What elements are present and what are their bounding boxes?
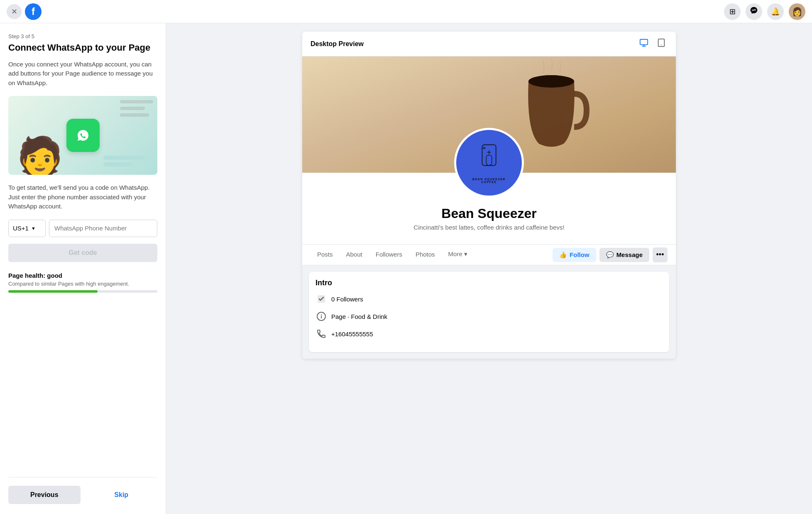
- intro-card: Intro 0 Followers: [309, 272, 669, 352]
- follow-label: Follow: [570, 251, 589, 258]
- grid-button[interactable]: ⊞: [724, 3, 741, 20]
- messenger-icon: [750, 6, 758, 17]
- user-avatar[interactable]: 👩: [789, 3, 805, 20]
- facebook-page-preview: BEAN SQUEEZER COFFEE Bean Squeezer Cinci…: [302, 56, 676, 359]
- intro-phone: +16045555555: [316, 328, 663, 340]
- person-figure: 🧑: [17, 137, 63, 175]
- close-button[interactable]: ✕: [7, 4, 22, 19]
- phone-icon: [316, 328, 327, 340]
- page-health-description: Compared to similar Pages with high enga…: [8, 281, 157, 287]
- page-health-title: Page health: good: [8, 272, 157, 279]
- preview-card: Desktop Preview: [302, 32, 676, 359]
- phone-row: US+1 ▼: [8, 220, 157, 237]
- whatsapp-icon: [66, 119, 100, 152]
- whatsapp-illustration: 🧑: [8, 96, 157, 175]
- ellipsis-icon: •••: [656, 250, 664, 259]
- nav-about[interactable]: About: [340, 245, 369, 265]
- nav-right: ⊞ 🔔 👩: [724, 3, 805, 20]
- health-bar-fill: [8, 290, 98, 293]
- nav-followers[interactable]: Followers: [369, 245, 409, 265]
- cover-photo: BEAN SQUEEZER COFFEE: [302, 56, 676, 173]
- main-layout: Step 3 of 5 Connect WhatsApp to your Pag…: [0, 23, 812, 514]
- nav-posts[interactable]: Posts: [311, 245, 340, 265]
- preview-icons: [638, 37, 668, 51]
- message-label: Message: [616, 251, 643, 258]
- followers-count: 0 Followers: [331, 296, 363, 303]
- bottom-buttons: Previous Skip: [8, 477, 157, 504]
- phone-number: +16045555555: [331, 330, 373, 338]
- intro-category: Page · Food & Drink: [316, 311, 663, 322]
- top-nav: ✕ f ⊞ 🔔 👩: [0, 0, 812, 23]
- brand-name-line1: BEAN SQUEEZER: [472, 178, 506, 181]
- avatar-image: 👩: [792, 7, 802, 17]
- left-panel: Step 3 of 5 Connect WhatsApp to your Pag…: [0, 23, 166, 514]
- followers-icon: [316, 293, 327, 305]
- get-code-button[interactable]: Get code: [8, 244, 157, 262]
- more-actions-button[interactable]: •••: [653, 247, 668, 262]
- nav-photos[interactable]: Photos: [409, 245, 442, 265]
- tablet-preview-button[interactable]: [655, 37, 668, 51]
- message-button[interactable]: 💬 Message: [599, 248, 649, 262]
- preview-header: Desktop Preview: [302, 32, 676, 56]
- svg-point-9: [321, 314, 322, 315]
- follow-button[interactable]: 👍 Follow: [553, 248, 596, 262]
- info-icon: [316, 311, 327, 322]
- chat-bubbles: [103, 156, 145, 166]
- send-code-description: To get started, we'll send you a code on…: [8, 183, 157, 211]
- desktop-preview-button[interactable]: [638, 37, 650, 51]
- profile-circle: BEAN SQUEEZER COFFEE: [454, 128, 524, 198]
- facebook-logo: f: [25, 3, 42, 20]
- profile-circle-inner: BEAN SQUEEZER COFFEE: [472, 142, 506, 184]
- grid-icon: ⊞: [729, 7, 736, 16]
- country-code-select[interactable]: US+1 ▼: [8, 220, 46, 237]
- preview-title: Desktop Preview: [311, 40, 364, 48]
- phone-number-input[interactable]: [49, 220, 157, 237]
- follow-icon: 👍: [559, 251, 567, 259]
- nav-more[interactable]: More ▾: [442, 245, 474, 265]
- step-description: Once you connect your WhatsApp account, …: [8, 60, 157, 88]
- bell-icon: 🔔: [771, 7, 780, 16]
- page-tagline: Cincinatti's best lattes, coffee drinks …: [302, 224, 676, 231]
- close-icon: ✕: [11, 7, 17, 16]
- health-bar-track: [8, 290, 157, 293]
- svg-rect-1: [640, 39, 648, 45]
- intro-followers: 0 Followers: [316, 293, 663, 305]
- profile-picture-area: BEAN SQUEEZER COFFEE: [454, 128, 524, 198]
- country-code-label: US+1: [13, 225, 29, 232]
- decorative-lines: [120, 100, 153, 120]
- page-name: Bean Squeezer: [302, 206, 676, 221]
- page-nav-actions: 👍 Follow 💬 Message •••: [553, 247, 668, 262]
- notifications-button[interactable]: 🔔: [767, 3, 784, 20]
- page-body: Intro 0 Followers: [302, 265, 676, 359]
- intro-title: Intro: [316, 279, 663, 287]
- messenger-button[interactable]: [746, 3, 762, 20]
- page-category: Page · Food & Drink: [331, 313, 387, 320]
- skip-button[interactable]: Skip: [86, 486, 158, 504]
- svg-point-3: [661, 45, 662, 46]
- step-label: Step 3 of 5: [8, 33, 157, 39]
- message-icon: 💬: [606, 251, 614, 259]
- svg-point-5: [528, 75, 574, 88]
- chevron-down-icon: ▼: [31, 226, 36, 231]
- right-panel: Desktop Preview: [166, 23, 812, 514]
- previous-button[interactable]: Previous: [8, 486, 81, 504]
- step-title: Connect WhatsApp to your Page: [8, 42, 157, 54]
- brand-name-line2: COFFEE: [481, 181, 496, 184]
- page-health-section: Page health: good Compared to similar Pa…: [8, 272, 157, 293]
- nav-left: ✕ f: [7, 3, 42, 20]
- page-nav: Posts About Followers Photos More ▾ 👍 Fo…: [302, 245, 676, 265]
